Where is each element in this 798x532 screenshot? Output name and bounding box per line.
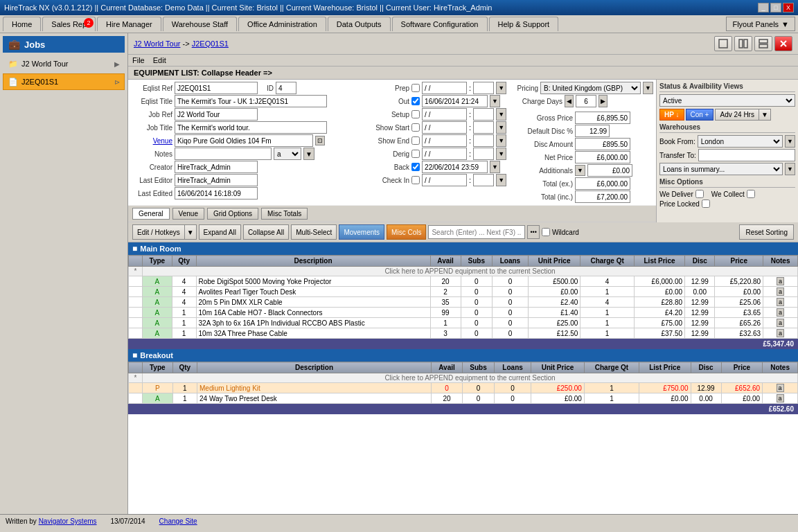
minimize-button[interactable]: _ bbox=[758, 3, 769, 12]
out-date[interactable] bbox=[422, 95, 488, 107]
multi-select-button[interactable]: Multi-Select bbox=[291, 224, 337, 240]
prep-time[interactable] bbox=[473, 82, 494, 94]
job-title-input[interactable] bbox=[175, 121, 327, 134]
derig-checkbox[interactable] bbox=[411, 150, 420, 158]
charge-days-inc[interactable]: ▶ bbox=[598, 95, 608, 107]
default-disc-value[interactable] bbox=[575, 125, 610, 137]
search-options-btn[interactable]: ••• bbox=[527, 225, 539, 239]
we-deliver-checkbox[interactable] bbox=[695, 190, 704, 198]
show-end-date[interactable] bbox=[422, 134, 467, 147]
id-input[interactable] bbox=[276, 82, 296, 94]
prep-date[interactable] bbox=[422, 82, 467, 94]
total-ex-value[interactable] bbox=[575, 177, 630, 190]
view-split-icon[interactable] bbox=[734, 36, 752, 51]
edit-menu[interactable]: Edit bbox=[153, 56, 166, 64]
wildcard-checkbox[interactable] bbox=[542, 228, 550, 236]
table-container[interactable]: ■ Main Room Type Qty Description Avail S… bbox=[128, 242, 798, 514]
pricing-select[interactable]: B: United Kingdom (GBP) bbox=[540, 82, 641, 94]
search-input[interactable] bbox=[428, 225, 525, 239]
table-row[interactable]: A 1 24 Way Two Preset Desk 20 0 0 £0.00 … bbox=[129, 393, 798, 404]
close-button[interactable]: X bbox=[783, 3, 794, 12]
misc-cols-button[interactable]: Misc Cols bbox=[387, 224, 426, 240]
out-checkbox[interactable] bbox=[411, 97, 420, 105]
tab-venue[interactable]: Venue bbox=[172, 208, 204, 220]
tab-software-config[interactable]: Software Configuration bbox=[392, 17, 488, 31]
book-from-select[interactable]: London bbox=[698, 135, 783, 148]
prep-checkbox[interactable] bbox=[411, 84, 420, 92]
venue-label-link[interactable]: Venue bbox=[131, 137, 172, 145]
main-room-collapse[interactable]: ■ bbox=[132, 244, 137, 254]
breakout-append-row[interactable]: * Click here to APPEND equipment to the … bbox=[129, 373, 798, 383]
table-row[interactable]: A 1 10m 32A Three Phase Cable 3 0 0 £12.… bbox=[129, 328, 798, 339]
view-stacked-icon[interactable] bbox=[754, 36, 772, 51]
breakout-append-text[interactable]: Click here to APPEND equipment to the cu… bbox=[143, 373, 798, 383]
con-button[interactable]: Con + bbox=[686, 109, 714, 121]
table-row[interactable]: A 4 20m 5 Pin DMX XLR Cable 35 0 0 £2.40… bbox=[129, 297, 798, 308]
tab-grid-options[interactable]: Grid Options bbox=[207, 208, 258, 220]
reset-sorting-button[interactable]: Reset Sorting bbox=[739, 224, 794, 240]
pricing-dropdown[interactable]: ▼ bbox=[643, 82, 653, 94]
loans-dropdown[interactable]: ▼ bbox=[785, 163, 795, 175]
tab-data-outputs[interactable]: Data Outputs bbox=[328, 17, 391, 31]
book-from-dropdown[interactable]: ▼ bbox=[785, 135, 795, 148]
transfer-to-input[interactable] bbox=[698, 149, 795, 161]
tab-hire-manager[interactable]: Hire Manager bbox=[97, 17, 161, 31]
setup-time[interactable] bbox=[473, 108, 494, 121]
back-dropdown[interactable]: ▼ bbox=[490, 161, 500, 173]
check-in-checkbox[interactable] bbox=[411, 176, 420, 184]
additionals-btn[interactable]: ▼ bbox=[575, 165, 585, 176]
table-row[interactable]: A 1 32A 3ph to 6x 16A 1Ph Individual RCC… bbox=[129, 318, 798, 328]
adv-24hrs-button[interactable]: Adv 24 Hrs bbox=[715, 109, 759, 121]
show-end-dropdown[interactable]: ▼ bbox=[496, 134, 506, 147]
tab-home[interactable]: Home bbox=[3, 17, 41, 31]
notes-input[interactable] bbox=[175, 148, 272, 160]
back-date[interactable] bbox=[422, 161, 488, 173]
setup-dropdown[interactable]: ▼ bbox=[496, 108, 506, 121]
status-select[interactable]: Active bbox=[659, 94, 795, 107]
append-text[interactable]: Click here to APPEND equipment to the cu… bbox=[143, 267, 798, 276]
charge-days-input[interactable] bbox=[576, 95, 596, 107]
view-single-icon[interactable] bbox=[714, 36, 732, 51]
tab-help-support[interactable]: Help & Support bbox=[489, 17, 559, 31]
show-end-time[interactable] bbox=[473, 134, 494, 147]
tab-office-admin[interactable]: Office Administration bbox=[238, 17, 326, 31]
derig-dropdown[interactable]: ▼ bbox=[496, 148, 506, 160]
breakout-collapse[interactable]: ■ bbox=[132, 351, 137, 360]
expand-all-button[interactable]: Expand All bbox=[199, 224, 241, 240]
navigator-systems-link[interactable]: Navigator Systems bbox=[39, 517, 97, 525]
we-collect-checkbox[interactable] bbox=[747, 190, 755, 198]
setup-checkbox[interactable] bbox=[411, 110, 420, 118]
hp-button[interactable]: HP ↓ bbox=[659, 109, 684, 121]
price-locked-checkbox[interactable] bbox=[702, 200, 710, 208]
sidebar-item-j2eq01s1[interactable]: 📄 J2EQ01S1 ⊳ bbox=[3, 73, 125, 90]
prep-time-dropdown[interactable]: ▼ bbox=[496, 82, 506, 94]
notes-arrow-btn[interactable]: ▼ bbox=[303, 148, 314, 160]
tab-warehouse-staff[interactable]: Warehouse Staff bbox=[163, 17, 237, 31]
show-end-checkbox[interactable] bbox=[411, 136, 420, 145]
back-checkbox[interactable] bbox=[411, 163, 420, 171]
table-row[interactable]: A 1 10m 16A Cable HO7 - Black Connectors… bbox=[129, 308, 798, 318]
total-inc-value[interactable] bbox=[575, 190, 630, 203]
show-start-checkbox[interactable] bbox=[411, 123, 420, 132]
last-edited-input[interactable] bbox=[175, 187, 258, 200]
eqlist-ref-input[interactable] bbox=[175, 82, 258, 94]
disc-amount-value[interactable] bbox=[575, 138, 630, 150]
edit-hotkeys-dropdown[interactable]: ▼ bbox=[185, 224, 197, 240]
row-notes[interactable]: a bbox=[763, 276, 798, 287]
table-row[interactable]: A 4 Robe DigiSpot 5000 Moving Yoke Proje… bbox=[129, 276, 798, 287]
last-editor-input[interactable] bbox=[175, 174, 258, 186]
edit-hotkeys-button[interactable]: Edit / Hotkeys bbox=[132, 224, 185, 240]
notes-dropdown[interactable]: a bbox=[274, 148, 301, 160]
breadcrumb-j2eq01s1-link[interactable]: J2EQ01S1 bbox=[192, 39, 229, 48]
show-start-time[interactable] bbox=[473, 121, 494, 134]
file-menu[interactable]: File bbox=[132, 56, 145, 64]
eqlist-title-input[interactable] bbox=[175, 95, 327, 107]
row-notes-btn[interactable]: a bbox=[777, 277, 784, 285]
check-in-time[interactable] bbox=[473, 174, 494, 186]
close-panel-button[interactable] bbox=[774, 36, 792, 51]
check-in-date[interactable] bbox=[422, 174, 467, 186]
show-start-dropdown[interactable]: ▼ bbox=[496, 121, 506, 134]
tab-general[interactable]: General bbox=[132, 208, 170, 220]
loans-select[interactable]: Loans in summary... bbox=[659, 163, 783, 175]
show-start-date[interactable] bbox=[422, 121, 467, 134]
